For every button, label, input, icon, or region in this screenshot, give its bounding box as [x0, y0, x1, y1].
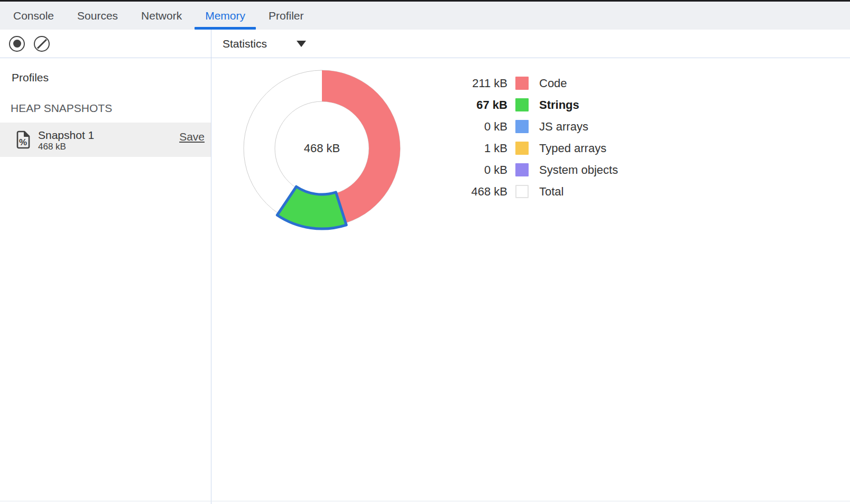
devtools-tabbar: Console Sources Network Memory Profiler [0, 2, 850, 30]
perspective-select-label: Statistics [223, 38, 267, 50]
legend-label: JS arrays [539, 120, 588, 134]
legend-value: 211 kB [455, 77, 507, 90]
legend-value: 67 kB [455, 98, 507, 112]
snapshot-text: Snapshot 1 468 kB [38, 128, 94, 152]
legend-row-system-objects[interactable]: 0 kBSystem objects [455, 159, 618, 181]
legend-value: 1 kB [455, 142, 507, 155]
legend-swatch-code [515, 77, 529, 90]
legend-value: 0 kB [455, 163, 507, 177]
heap-snapshots-section-title: HEAP SNAPSHOTS [11, 102, 211, 115]
profiles-sidebar: Profiles HEAP SNAPSHOTS % Snapshot 1 468… [0, 58, 211, 504]
chart-legend: 211 kBCode67 kBStrings0 kBJS arrays1 kBT… [455, 72, 618, 202]
legend-swatch-system-objects [515, 163, 529, 176]
snapshot-list-item[interactable]: % Snapshot 1 468 kB Save [0, 123, 211, 157]
legend-label: Typed arrays [539, 142, 606, 155]
sidebar-panel-title: Profiles [12, 71, 211, 84]
legend-value: 468 kB [455, 185, 507, 199]
legend-label: Code [539, 77, 567, 90]
perspective-select[interactable]: Statistics [223, 38, 306, 50]
donut-center-total-label: 468 kB [304, 142, 340, 155]
record-heap-snapshot-button[interactable] [9, 36, 25, 52]
pie-slice-strings[interactable] [277, 186, 346, 229]
snapshot-size: 468 kB [38, 142, 94, 152]
statistics-view: 468 kB 211 kBCode67 kBStrings0 kBJS arra… [211, 58, 850, 504]
legend-row-strings[interactable]: 67 kBStrings [455, 94, 618, 116]
legend-label: System objects [539, 163, 618, 177]
heap-snapshot-file-icon: % [16, 130, 30, 149]
legend-swatch-typed-arrays [515, 142, 529, 155]
legend-row-typed-arrays[interactable]: 1 kBTyped arrays [455, 137, 618, 159]
toolbar-profile-controls [0, 30, 211, 58]
svg-text:%: % [19, 137, 27, 147]
tab-console[interactable]: Console [3, 2, 64, 30]
legend-swatch-strings [515, 98, 529, 111]
legend-swatch-total [515, 185, 529, 198]
record-icon-dot [13, 40, 21, 48]
tab-sources[interactable]: Sources [67, 2, 128, 30]
tab-profiler[interactable]: Profiler [258, 2, 315, 30]
legend-label: Strings [539, 98, 579, 112]
legend-row-code[interactable]: 211 kBCode [455, 72, 618, 94]
toolbar-view-section: Statistics [211, 30, 850, 58]
tab-memory[interactable]: Memory [195, 2, 256, 30]
pane-bottom-border [0, 501, 850, 501]
memory-toolbar: Statistics [0, 30, 850, 58]
clear-profiles-button[interactable] [34, 36, 50, 52]
snapshot-title: Snapshot 1 [38, 128, 94, 142]
legend-label: Total [539, 185, 563, 199]
tab-network[interactable]: Network [131, 2, 192, 30]
legend-value: 0 kB [455, 120, 507, 134]
legend-row-total[interactable]: 468 kBTotal [455, 181, 618, 202]
legend-row-js-arrays[interactable]: 0 kBJS arrays [455, 116, 618, 137]
chevron-down-icon [297, 41, 306, 47]
legend-swatch-js-arrays [515, 120, 529, 133]
save-snapshot-link[interactable]: Save [179, 130, 205, 143]
